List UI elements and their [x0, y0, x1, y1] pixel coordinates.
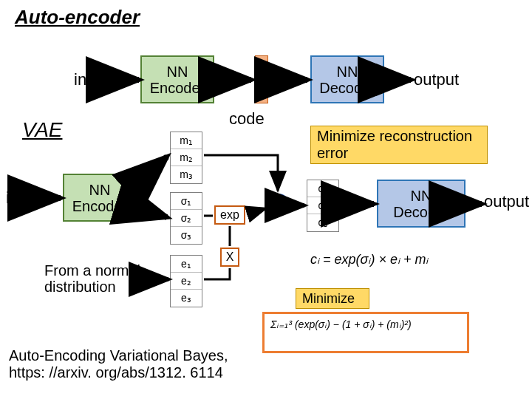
m3: m₃	[171, 166, 202, 183]
c2: c₂	[307, 197, 338, 214]
label-minimize-loss: Minimize	[296, 288, 369, 309]
op-times: X	[220, 248, 239, 267]
s1: σ₁	[171, 193, 202, 210]
label-from-normal: From a normal distribution	[44, 262, 163, 295]
m-vector: m₁ m₂ m₃	[170, 132, 202, 184]
e1: e₁	[171, 256, 202, 273]
code-top	[255, 55, 268, 103]
svg-line-6	[137, 157, 167, 183]
nn-encoder-top: NN Encoder	[140, 55, 214, 103]
op-exp: exp	[214, 205, 245, 225]
e-vector: e₁ e₂ e₃	[170, 255, 202, 307]
eq-ci: cᵢ = exp(σᵢ) × eᵢ + mᵢ	[310, 251, 428, 267]
label-input-left: input	[6, 188, 41, 208]
c-vector: c₁ c₂ c₃	[307, 180, 339, 232]
svg-line-9	[247, 208, 266, 214]
nn-decoder-bottom: NN Decoder	[377, 180, 466, 228]
s3: σ₃	[171, 227, 202, 244]
c3: c₃	[307, 214, 338, 231]
label-output-top: output	[414, 70, 459, 89]
e2: e₂	[171, 273, 202, 290]
note-minimize-recon: Minimize reconstruction error	[310, 126, 488, 164]
label-output-right: output	[484, 192, 529, 211]
sigma-vector: σ₁ σ₂ σ₃	[170, 192, 202, 245]
op-plus: +	[267, 194, 290, 216]
svg-line-7	[137, 208, 167, 217]
label-input-top: input	[74, 70, 109, 89]
s2: σ₂	[171, 210, 202, 227]
citation: Auto-Encoding Variational Bayes, https: …	[9, 347, 260, 381]
m1: m₁	[171, 132, 202, 149]
label-code: code	[229, 109, 265, 129]
m2: m₂	[171, 149, 202, 166]
c1: c₁	[307, 180, 338, 197]
slide-title: Auto-encoder	[15, 6, 140, 29]
nn-encoder-bottom: NN Encoder	[63, 174, 137, 222]
vae-heading: VAE	[22, 118, 62, 142]
e3: e₃	[171, 290, 202, 307]
eq-loss: Σᵢ₌₁³ (exp(σᵢ) − (1 + σᵢ) + (mᵢ)²)	[262, 312, 469, 353]
nn-decoder-top: NN Decoder	[310, 55, 384, 103]
